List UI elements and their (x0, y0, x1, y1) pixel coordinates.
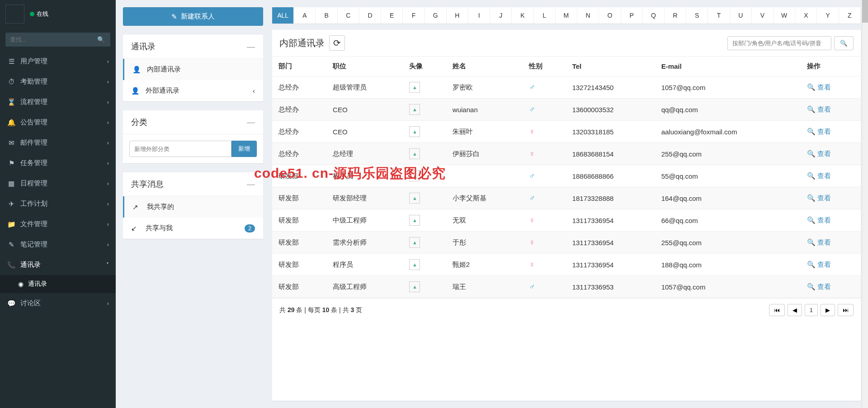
alpha-J[interactable]: J (490, 7, 512, 24)
sidebar-item-1[interactable]: ⏱考勤管理‹ (0, 71, 116, 92)
alpha-S[interactable]: S (686, 7, 708, 24)
view-button[interactable]: 🔍 查看 (807, 105, 831, 114)
chevron-icon: ‹ (107, 140, 109, 146)
alpha-E[interactable]: E (381, 7, 403, 24)
view-button[interactable]: 🔍 查看 (807, 216, 831, 225)
person-icon: 👤 (131, 87, 141, 95)
sidebar-item-9[interactable]: ✎笔记管理‹ (0, 234, 116, 255)
panel-title: 分类 (131, 117, 147, 128)
alpha-Y[interactable]: Y (817, 7, 839, 24)
addressbook-item-1[interactable]: 👤外部通讯录‹ (123, 80, 263, 101)
alpha-O[interactable]: O (599, 7, 621, 24)
collapse-icon[interactable]: — (247, 118, 255, 127)
new-contact-label: 新建联系人 (181, 12, 215, 21)
alpha-N[interactable]: N (577, 7, 599, 24)
alpha-W[interactable]: W (774, 7, 795, 24)
sidebar-item-11[interactable]: 💬讨论区‹ (0, 293, 116, 313)
scroll-thumb[interactable] (862, 0, 868, 23)
scrollbar[interactable] (862, 0, 868, 408)
female-icon: ♀ (529, 149, 535, 158)
share-item-1[interactable]: ↙共享与我2 (123, 218, 263, 239)
cell-name: 瑞王 (446, 276, 523, 298)
alpha-R[interactable]: R (665, 7, 686, 24)
sidebar-item-10[interactable]: 📞通讯录˅ (0, 255, 116, 275)
view-button[interactable]: 🔍 查看 (807, 172, 831, 180)
submenu-item-addressbook[interactable]: ◉通讯录 (0, 275, 116, 293)
cell-gender: ♂ (523, 187, 566, 209)
panel-title: 通讯录 (131, 41, 156, 52)
page-next-button[interactable]: ▶ (821, 304, 835, 316)
menu-label: 邮件管理 (20, 138, 107, 147)
sidebar-item-3[interactable]: 🔔公告管理‹ (0, 112, 116, 133)
page-last-button[interactable]: ⏭ (838, 304, 854, 316)
search-icon: 🔍 (807, 172, 816, 180)
sidebar-item-6[interactable]: ▦日程管理‹ (0, 173, 116, 194)
table-row: 总经办 超级管理员 ▲ 罗密欧 ♂ 13272143450 1057@qq.co… (272, 76, 861, 99)
alpha-M[interactable]: M (556, 7, 577, 24)
alpha-K[interactable]: K (512, 7, 533, 24)
table-search: 🔍 (727, 36, 854, 50)
search-icon: 🔍 (807, 128, 816, 136)
category-add-button[interactable]: 新增 (231, 141, 257, 157)
collapse-icon[interactable]: — (247, 42, 255, 52)
female-icon: ♀ (529, 216, 535, 225)
cell-gender: ♂ (523, 165, 566, 187)
alpha-ALL[interactable]: ALL (272, 7, 294, 24)
alpha-C[interactable]: C (338, 7, 359, 24)
category-input[interactable] (129, 141, 231, 157)
sidebar-search-input[interactable] (5, 33, 92, 47)
page-first-button[interactable]: ⏮ (769, 304, 785, 316)
collapse-icon[interactable]: — (247, 180, 255, 189)
alpha-U[interactable]: U (730, 7, 752, 24)
menu-label: 流程管理 (20, 98, 107, 106)
alpha-T[interactable]: T (708, 7, 730, 24)
share-item-0[interactable]: ↗我共享的 (123, 196, 263, 218)
alpha-Z[interactable]: Z (839, 7, 861, 24)
alpha-X[interactable]: X (795, 7, 817, 24)
sidebar-menu: ☰用户管理‹⏱考勤管理‹⌛流程管理‹🔔公告管理‹✉邮件管理‹⚑任务管理‹▦日程管… (0, 51, 116, 313)
avatar-placeholder-icon: ▲ (409, 126, 420, 137)
alpha-V[interactable]: V (752, 7, 774, 24)
new-contact-button[interactable]: ✎ 新建联系人 (123, 7, 263, 26)
alpha-P[interactable]: P (621, 7, 643, 24)
addressbook-item-0[interactable]: 👤内部通讯录 (123, 59, 263, 80)
alpha-D[interactable]: D (359, 7, 381, 24)
table-search-input[interactable] (727, 36, 831, 50)
refresh-button[interactable]: ⟳ (329, 35, 345, 51)
view-button[interactable]: 🔍 查看 (807, 283, 831, 291)
alpha-H[interactable]: H (447, 7, 468, 24)
sidebar-item-5[interactable]: ⚑任务管理‹ (0, 153, 116, 173)
sidebar-item-2[interactable]: ⌛流程管理‹ (0, 92, 116, 112)
cell-dept: 研发部 (272, 276, 326, 298)
count-badge: 2 (245, 224, 255, 232)
avatar-placeholder-icon: ▲ (409, 281, 420, 292)
alpha-F[interactable]: F (403, 7, 425, 24)
cell-gender: ♀ (523, 232, 566, 254)
status-label: 在线 (37, 10, 48, 18)
alpha-Q[interactable]: Q (643, 7, 665, 24)
cell-role: 需求分析师 (326, 232, 403, 254)
table-header-row: 内部通讯录 ⟳ 🔍 (272, 30, 861, 57)
alpha-G[interactable]: G (425, 7, 447, 24)
alpha-A[interactable]: A (294, 7, 316, 24)
view-button[interactable]: 🔍 查看 (807, 194, 831, 203)
page-prev-button[interactable]: ◀ (788, 304, 802, 316)
view-button[interactable]: 🔍 查看 (807, 128, 831, 136)
alpha-B[interactable]: B (316, 7, 337, 24)
view-button[interactable]: 🔍 查看 (807, 238, 831, 247)
alpha-I[interactable]: I (468, 7, 490, 24)
view-button[interactable]: 🔍 查看 (807, 83, 831, 92)
cell-name: 朱丽叶 (446, 121, 523, 143)
menu-label: 公告管理 (20, 118, 107, 127)
item-label: 内部通讯录 (147, 65, 255, 74)
sidebar-item-0[interactable]: ☰用户管理‹ (0, 51, 116, 71)
sidebar-search-button[interactable]: 🔍 (92, 33, 110, 47)
sidebar-item-7[interactable]: ✈工作计划‹ (0, 194, 116, 214)
view-button[interactable]: 🔍 查看 (807, 261, 831, 269)
sidebar-item-4[interactable]: ✉邮件管理‹ (0, 133, 116, 153)
addressbook-panel: 通讯录 — 👤内部通讯录👤外部通讯录‹ (123, 35, 263, 101)
alpha-L[interactable]: L (534, 7, 556, 24)
sidebar-item-8[interactable]: 📁文件管理‹ (0, 214, 116, 234)
table-search-button[interactable]: 🔍 (834, 36, 854, 50)
view-button[interactable]: 🔍 查看 (807, 150, 831, 158)
